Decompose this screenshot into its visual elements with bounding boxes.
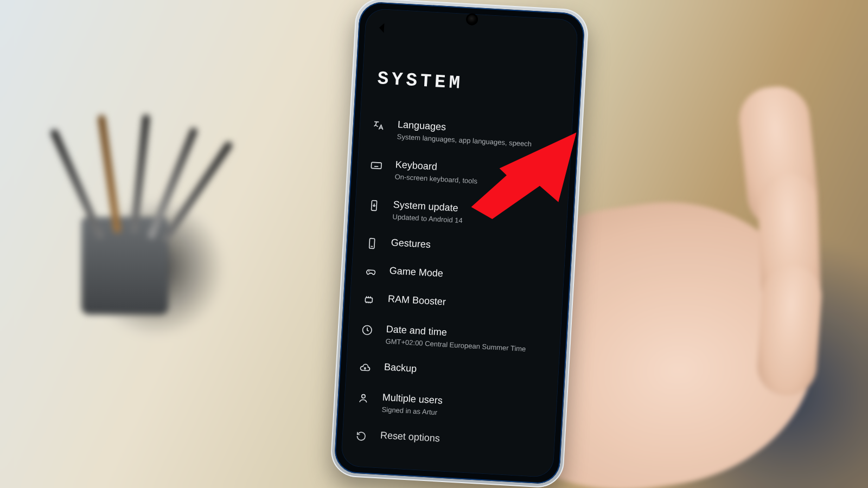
svg-point-5 bbox=[362, 395, 366, 399]
arrow-left-icon bbox=[372, 17, 393, 38]
person-icon bbox=[356, 391, 371, 406]
phone-bezel: Back SYSTEM Languages System languages, … bbox=[334, 1, 585, 485]
clock-icon bbox=[360, 323, 374, 337]
settings-item-title: RAM Booster bbox=[387, 293, 446, 308]
keyboard-icon bbox=[369, 158, 384, 173]
svg-rect-3 bbox=[365, 298, 372, 303]
cloud-upload-icon bbox=[358, 361, 372, 375]
settings-item-title: Game Mode bbox=[389, 265, 443, 280]
phone-frame: Back SYSTEM Languages System languages, … bbox=[330, 0, 590, 488]
back-button[interactable]: Back bbox=[372, 17, 393, 38]
gamepad-icon bbox=[363, 264, 378, 279]
gestures-icon bbox=[365, 236, 379, 251]
annotation-arrow bbox=[470, 126, 595, 224]
settings-item-title: Gestures bbox=[391, 236, 431, 251]
settings-item-title: Backup bbox=[384, 361, 417, 375]
settings-item-title: Reset options bbox=[380, 429, 440, 445]
app-bar: Back bbox=[365, 8, 578, 48]
memory-icon bbox=[361, 292, 376, 307]
translate-icon bbox=[371, 118, 386, 133]
svg-rect-2 bbox=[369, 239, 375, 249]
settings-item-subtitle: Signed in as Artur bbox=[381, 404, 442, 418]
page-title: SYSTEM bbox=[377, 68, 565, 99]
screen: Back SYSTEM Languages System languages, … bbox=[341, 8, 579, 478]
svg-marker-6 bbox=[470, 127, 576, 223]
background-pen-cup bbox=[65, 141, 184, 314]
svg-rect-0 bbox=[371, 162, 381, 169]
settings-item-title: Multiple users bbox=[382, 391, 443, 407]
scene: Back SYSTEM Languages System languages, … bbox=[0, 0, 868, 488]
reset-icon bbox=[354, 429, 368, 444]
system-update-icon bbox=[367, 198, 381, 213]
